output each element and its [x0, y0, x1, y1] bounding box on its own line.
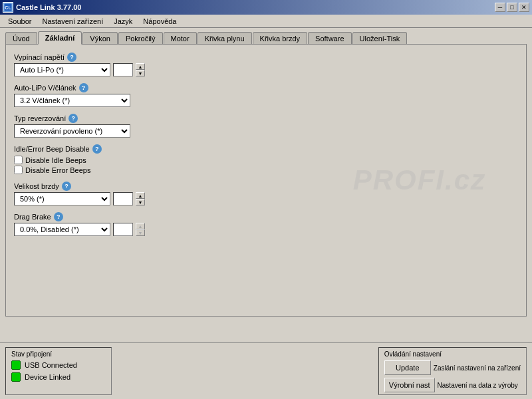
- disable-error-checkbox[interactable]: [14, 166, 23, 174]
- update-desc: Zaslání nastavení na zařízení: [434, 364, 521, 372]
- disable-idle-checkbox[interactable]: [14, 156, 23, 164]
- control-title: Ovládání nastavení: [384, 350, 521, 358]
- vypinaci-spin: ▲ ▼: [136, 63, 145, 76]
- usb-indicator: USB Connected: [11, 360, 106, 370]
- device-indicator: Device Linked: [11, 372, 106, 382]
- brzda-spin-up[interactable]: ▲: [136, 192, 145, 199]
- factory-desc: Nastavení na data z výroby: [438, 382, 521, 389]
- app-icon: CL: [3, 2, 13, 13]
- brzda-label: Velikost brzdy: [14, 182, 59, 190]
- drag-brake-select[interactable]: 0.0%, Disabled (*) 2% 5% 10%: [14, 223, 110, 236]
- control-panel: Ovládání nastavení Update Zaslání nastav…: [378, 347, 527, 395]
- autolipo-help-icon[interactable]: ?: [79, 83, 88, 92]
- drag-brake-help-icon[interactable]: ?: [54, 212, 63, 221]
- window-controls: ─ □ ✕: [495, 3, 529, 12]
- drag-brake-spin-up[interactable]: ▲: [136, 223, 145, 229]
- drag-brake-spin-down[interactable]: ▼: [136, 229, 145, 236]
- drag-brake-group: Drag Brake ? 0.0%, Disabled (*) 2% 5% 10…: [14, 212, 518, 236]
- idle-beep-row: Disable Idle Beeps Disable Error Beeps: [14, 155, 518, 175]
- usb-label: USB Connected: [25, 361, 77, 369]
- usb-led: [11, 360, 21, 370]
- menu-soubor[interactable]: Soubor: [3, 16, 37, 27]
- menu-nastaveni[interactable]: Nastavení zařízení: [37, 16, 108, 27]
- idle-error-help-icon[interactable]: ?: [92, 144, 102, 154]
- tab-zakladni[interactable]: Základní: [38, 31, 82, 45]
- drag-brake-number[interactable]: 0.0: [113, 223, 133, 236]
- device-led: [11, 372, 21, 382]
- autolipo-select[interactable]: 3.2 V/článek (*) 3.0 V/článek 3.4 V/člán…: [14, 94, 130, 107]
- tab-pokrocily[interactable]: Pokročilý: [118, 32, 163, 45]
- disable-error-label: Disable Error Beeps: [25, 166, 90, 174]
- factory-row: Výrobní nast Nastavení na data z výroby: [384, 378, 521, 392]
- close-button[interactable]: ✕: [519, 3, 529, 12]
- tab-krivka-brzdy[interactable]: Křivka brzdy: [253, 32, 308, 45]
- menu-napoveda[interactable]: Nápověda: [138, 16, 182, 27]
- reverzovani-group: Typ reverzování ? Reverzování povoleno (…: [14, 114, 518, 138]
- vypinaci-number[interactable]: 4.0: [113, 63, 133, 76]
- app-title: Castle Link 3.77.00: [16, 3, 81, 11]
- connection-panel: Stav připojení USB Connected Device Link…: [5, 347, 112, 395]
- vypinaci-label: Vypínací napětí: [14, 53, 65, 61]
- svg-text:CL: CL: [5, 5, 11, 10]
- tab-krivka-plynu[interactable]: Křivka plynu: [198, 32, 252, 45]
- maximize-button[interactable]: □: [507, 3, 517, 12]
- drag-brake-label: Drag Brake: [14, 213, 51, 221]
- drag-brake-spin: ▲ ▼: [136, 223, 145, 236]
- menu-jazyk[interactable]: Jazyk: [108, 16, 138, 27]
- update-button[interactable]: Update: [384, 360, 431, 375]
- device-label: Device Linked: [25, 373, 70, 381]
- disable-idle-label: Disable Idle Beeps: [25, 156, 86, 164]
- vypinaci-spin-up[interactable]: ▲: [136, 63, 145, 70]
- brzda-select[interactable]: 50% (*) 0% 100%: [14, 192, 110, 205]
- brzda-spin: ▲ ▼: [136, 192, 145, 205]
- tab-motor[interactable]: Motor: [164, 32, 197, 45]
- connection-title: Stav připojení: [11, 350, 106, 358]
- update-row: Update Zaslání nastavení na zařízení: [384, 360, 521, 375]
- vypinaci-help-icon[interactable]: ?: [67, 53, 76, 62]
- vypinaci-group: Vypínací napětí ? Auto Li-Po (*) 3.0V 3.…: [14, 53, 518, 76]
- tab-software[interactable]: Software: [308, 32, 351, 45]
- status-bar: Stav připojení USB Connected Device Link…: [0, 342, 532, 399]
- minimize-button[interactable]: ─: [495, 3, 505, 12]
- tab-vykon[interactable]: Výkon: [82, 32, 118, 45]
- autolipo-group: Auto-LiPo V/článek ? 3.2 V/článek (*) 3.…: [14, 83, 518, 107]
- brzda-spin-down[interactable]: ▼: [136, 199, 145, 205]
- vypinaci-select[interactable]: Auto Li-Po (*) 3.0V 3.2V: [14, 63, 110, 76]
- autolipo-label: Auto-LiPo V/článek: [14, 84, 76, 92]
- idle-error-label: Idle/Error Beep Disable: [14, 145, 90, 153]
- main-content: PROFI.cz Vypínací napětí ? Auto Li-Po (*…: [5, 44, 527, 317]
- brzda-number[interactable]: 50: [113, 192, 133, 205]
- reverzovani-help-icon[interactable]: ?: [68, 114, 78, 123]
- title-bar: CL Castle Link 3.77.00 ─ □ ✕: [0, 0, 532, 15]
- idle-error-group: Idle/Error Beep Disable ? Disable Idle B…: [14, 144, 518, 175]
- factory-button[interactable]: Výrobní nast: [384, 378, 435, 392]
- tab-ulozeni-tisk[interactable]: Uložení-Tisk: [352, 32, 408, 45]
- tab-bar: Úvod Základní Výkon Pokročilý Motor Křiv…: [0, 28, 532, 44]
- brzda-group: Velikost brzdy ? 50% (*) 0% 100% 50 ▲ ▼: [14, 182, 518, 205]
- vypinaci-spin-down[interactable]: ▼: [136, 70, 145, 76]
- menu-bar: Soubor Nastavení zařízení Jazyk Nápověda: [0, 15, 532, 28]
- tab-uvod[interactable]: Úvod: [5, 32, 37, 45]
- reverzovani-select[interactable]: Reverzování povoleno (*) Reverzování zak…: [14, 124, 130, 138]
- brzda-help-icon[interactable]: ?: [62, 182, 71, 191]
- reverzovani-label: Typ reverzování: [14, 114, 66, 122]
